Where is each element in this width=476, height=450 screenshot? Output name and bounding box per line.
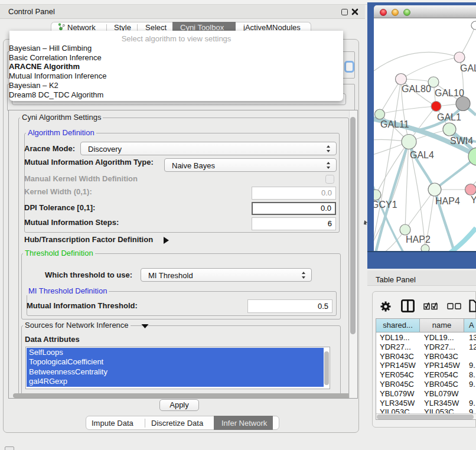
svg-text:GAL11: GAL11 [380, 119, 409, 129]
svg-text:GAL4: GAL4 [410, 150, 434, 160]
svg-text:GCY1: GCY1 [374, 200, 397, 210]
svg-text:GAL10: GAL10 [435, 88, 464, 98]
svg-text:Y: Y [471, 195, 476, 205]
svg-text:HAP4: HAP4 [435, 196, 460, 206]
svg-text:SWI4: SWI4 [450, 136, 473, 146]
svg-text:HAP2: HAP2 [406, 234, 431, 244]
svg-text:GAL7: GAL7 [460, 63, 476, 73]
svg-text:GAL80: GAL80 [402, 84, 431, 94]
svg-text:GAL1: GAL1 [437, 112, 461, 122]
